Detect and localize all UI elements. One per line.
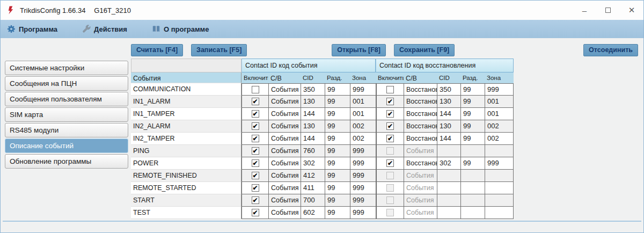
event-zone-cell[interactable]: 001 bbox=[350, 108, 376, 120]
event-enabled-checkbox-cell[interactable] bbox=[241, 145, 268, 157]
event-zone-cell[interactable]: 002 bbox=[350, 120, 376, 133]
event-zone-cell[interactable]: 999 bbox=[350, 145, 376, 157]
restore-part-cell[interactable] bbox=[460, 145, 485, 157]
event-cid-cell[interactable]: 700 bbox=[301, 194, 325, 207]
sidebar-item-sim-card[interactable]: SIM карта bbox=[5, 107, 128, 122]
read-button[interactable]: Считать [F4] bbox=[131, 44, 183, 56]
close-button[interactable]: ✕ bbox=[620, 1, 643, 20]
restore-part-cell[interactable] bbox=[460, 194, 485, 207]
restore-part-cell[interactable]: 99 bbox=[460, 96, 485, 108]
event-sv-cell[interactable]: События bbox=[268, 182, 301, 194]
event-cid-cell[interactable]: 412 bbox=[301, 170, 325, 182]
restore-enabled-checkbox-cell[interactable] bbox=[376, 170, 404, 182]
open-button[interactable]: Открыть [F8] bbox=[332, 44, 386, 56]
restore-sv-cell[interactable]: Восстановление bbox=[404, 120, 437, 133]
restore-cid-cell[interactable] bbox=[437, 207, 460, 219]
restore-enabled-checkbox-cell[interactable] bbox=[376, 182, 404, 194]
restore-sv-cell[interactable]: События bbox=[404, 145, 437, 157]
restore-part-cell[interactable]: 99 bbox=[460, 108, 485, 120]
event-part-cell[interactable]: 99 bbox=[325, 83, 350, 96]
restore-cid-cell[interactable] bbox=[437, 170, 460, 182]
restore-zone-cell[interactable]: 002 bbox=[485, 133, 514, 145]
event-part-cell[interactable]: 99 bbox=[325, 96, 350, 108]
event-sv-cell[interactable]: События bbox=[268, 157, 301, 170]
event-cid-cell[interactable]: 302 bbox=[301, 157, 325, 170]
restore-sv-cell[interactable]: События bbox=[404, 207, 437, 219]
event-enabled-checkbox-cell[interactable] bbox=[241, 83, 268, 96]
event-sv-cell[interactable]: События bbox=[268, 170, 301, 182]
event-zone-cell[interactable]: 999 bbox=[350, 83, 376, 96]
restore-part-cell[interactable] bbox=[460, 182, 485, 194]
restore-sv-cell[interactable]: События bbox=[404, 170, 437, 182]
disconnect-button[interactable]: Отсоединить bbox=[583, 44, 638, 56]
event-sv-cell[interactable]: События bbox=[268, 145, 301, 157]
restore-cid-cell[interactable] bbox=[437, 182, 460, 194]
restore-cid-cell[interactable]: 350 bbox=[437, 83, 460, 96]
restore-sv-cell[interactable]: Восстановление bbox=[404, 96, 437, 108]
restore-cid-cell[interactable]: 130 bbox=[437, 96, 460, 108]
event-zone-cell[interactable]: 999 bbox=[350, 207, 376, 219]
event-part-cell[interactable]: 99 bbox=[325, 108, 350, 120]
restore-cid-cell[interactable] bbox=[437, 194, 460, 207]
restore-enabled-checkbox-cell[interactable] bbox=[376, 96, 404, 108]
restore-zone-cell[interactable]: 999 bbox=[485, 83, 514, 96]
write-button[interactable]: Записать [F5] bbox=[191, 44, 247, 56]
menu-program[interactable]: Программа bbox=[7, 25, 57, 33]
event-enabled-checkbox-cell[interactable] bbox=[241, 157, 268, 170]
restore-cid-cell[interactable]: 130 bbox=[437, 120, 460, 133]
restore-cid-cell[interactable]: 302 bbox=[437, 157, 460, 170]
restore-part-cell[interactable]: 99 bbox=[460, 133, 485, 145]
event-zone-cell[interactable]: 999 bbox=[350, 157, 376, 170]
event-enabled-checkbox-cell[interactable] bbox=[241, 182, 268, 194]
restore-zone-cell[interactable] bbox=[485, 170, 514, 182]
event-part-cell[interactable]: 99 bbox=[325, 170, 350, 182]
event-part-cell[interactable]: 99 bbox=[325, 120, 350, 133]
event-cid-cell[interactable]: 144 bbox=[301, 108, 325, 120]
restore-zone-cell[interactable] bbox=[485, 207, 514, 219]
restore-zone-cell[interactable]: 002 bbox=[485, 120, 514, 133]
restore-zone-cell[interactable] bbox=[485, 145, 514, 157]
event-zone-cell[interactable]: 999 bbox=[350, 182, 376, 194]
event-part-cell[interactable]: 99 bbox=[325, 207, 350, 219]
restore-cid-cell[interactable]: 144 bbox=[437, 133, 460, 145]
event-part-cell[interactable]: 99 bbox=[325, 133, 350, 145]
restore-part-cell[interactable]: 99 bbox=[460, 83, 485, 96]
event-cid-cell[interactable]: 130 bbox=[301, 120, 325, 133]
event-zone-cell[interactable]: 999 bbox=[350, 170, 376, 182]
event-sv-cell[interactable]: События bbox=[268, 133, 301, 145]
event-zone-cell[interactable]: 001 bbox=[350, 96, 376, 108]
event-cid-cell[interactable]: 602 bbox=[301, 207, 325, 219]
event-cid-cell[interactable]: 350 bbox=[301, 83, 325, 96]
event-sv-cell[interactable]: События bbox=[268, 194, 301, 207]
event-cid-cell[interactable]: 760 bbox=[301, 145, 325, 157]
sidebar-item-rs485-modules[interactable]: RS485 модули bbox=[5, 123, 128, 137]
restore-part-cell[interactable] bbox=[460, 170, 485, 182]
restore-zone-cell[interactable] bbox=[485, 182, 514, 194]
event-enabled-checkbox-cell[interactable] bbox=[241, 120, 268, 133]
restore-enabled-checkbox-cell[interactable] bbox=[376, 108, 404, 120]
event-enabled-checkbox-cell[interactable] bbox=[241, 194, 268, 207]
restore-sv-cell[interactable]: Восстановление bbox=[404, 108, 437, 120]
menu-about[interactable]: О программе bbox=[152, 25, 209, 33]
restore-enabled-checkbox-cell[interactable] bbox=[376, 83, 404, 96]
event-sv-cell[interactable]: События bbox=[268, 120, 301, 133]
restore-enabled-checkbox-cell[interactable] bbox=[376, 133, 404, 145]
restore-part-cell[interactable]: 99 bbox=[460, 120, 485, 133]
menu-actions[interactable]: Действия bbox=[82, 25, 127, 33]
sidebar-item-firmware-update[interactable]: Обновление программы bbox=[5, 154, 128, 169]
event-enabled-checkbox-cell[interactable] bbox=[241, 108, 268, 120]
event-part-cell[interactable]: 99 bbox=[325, 182, 350, 194]
sidebar-item-user-reporting[interactable]: Сообщения пользователям bbox=[5, 92, 128, 106]
event-cid-cell[interactable]: 411 bbox=[301, 182, 325, 194]
event-zone-cell[interactable]: 002 bbox=[350, 133, 376, 145]
restore-sv-cell[interactable]: События bbox=[404, 182, 437, 194]
event-sv-cell[interactable]: События bbox=[268, 96, 301, 108]
event-part-cell[interactable]: 99 bbox=[325, 145, 350, 157]
event-part-cell[interactable]: 99 bbox=[325, 157, 350, 170]
event-sv-cell[interactable]: События bbox=[268, 207, 301, 219]
restore-zone-cell[interactable]: 001 bbox=[485, 108, 514, 120]
restore-part-cell[interactable]: 99 bbox=[460, 157, 485, 170]
restore-enabled-checkbox-cell[interactable] bbox=[376, 194, 404, 207]
restore-sv-cell[interactable]: Восстановление bbox=[404, 133, 437, 145]
restore-zone-cell[interactable] bbox=[485, 194, 514, 207]
